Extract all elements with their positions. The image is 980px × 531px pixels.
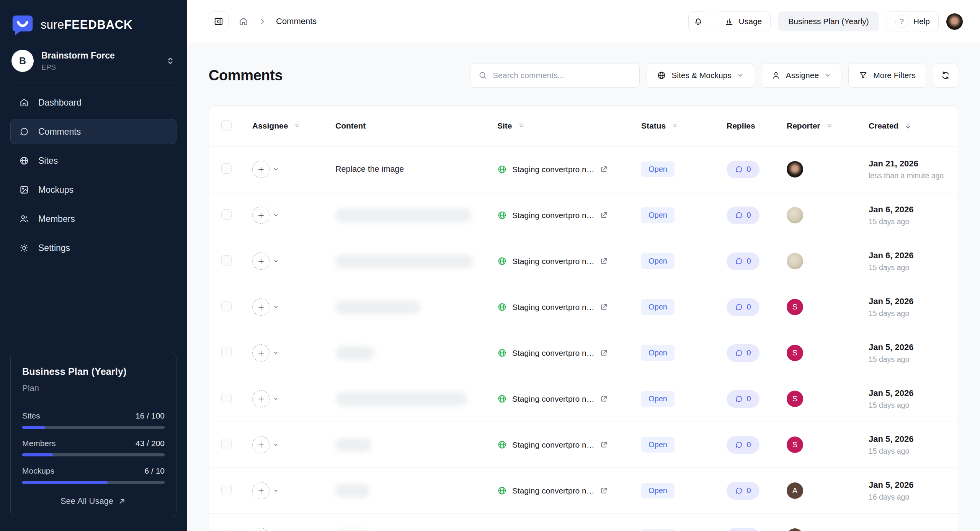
- row-checkbox[interactable]: [221, 209, 232, 220]
- sidebar-item-members[interactable]: Members: [10, 206, 176, 231]
- row-checkbox[interactable]: [221, 485, 232, 495]
- table-row[interactable]: Staging convertpro n… Open 0 Jan 6, 2026…: [209, 192, 958, 238]
- replies-pill[interactable]: 0: [727, 528, 760, 531]
- see-all-usage-link[interactable]: See All Usage: [22, 496, 165, 506]
- more-filters-button[interactable]: More Filters: [848, 63, 926, 88]
- site-link[interactable]: Staging convertpro n…: [497, 348, 641, 358]
- chevron-down-icon[interactable]: [273, 396, 279, 402]
- external-link-icon[interactable]: [600, 303, 608, 311]
- site-link[interactable]: Staging convertpro n…: [497, 486, 641, 495]
- external-link-icon[interactable]: [600, 211, 608, 219]
- table-row[interactable]: Staging convertpro n… Open 0 Jan 6, 2026…: [209, 238, 958, 284]
- plus-icon: [257, 165, 265, 174]
- status-badge[interactable]: Open: [641, 529, 675, 531]
- chevron-down-icon[interactable]: [273, 212, 279, 218]
- table-row[interactable]: Staging convertpro n… Open 0 S Jan 5, 20…: [209, 422, 958, 467]
- sidebar-item-settings[interactable]: Settings: [10, 235, 176, 261]
- add-assignee-button[interactable]: [252, 344, 270, 362]
- status-badge[interactable]: Open: [641, 207, 675, 223]
- site-link[interactable]: Staging convertpro n…: [497, 302, 641, 312]
- notifications-button[interactable]: [688, 11, 708, 31]
- status-badge[interactable]: Open: [641, 483, 675, 498]
- table-row[interactable]: Staging convertpro n… Open 0 A Jan 5, 20…: [209, 513, 958, 531]
- replies-pill[interactable]: 0: [727, 207, 760, 224]
- replies-pill[interactable]: 0: [727, 436, 760, 454]
- site-link[interactable]: Staging convertpro n…: [497, 440, 641, 450]
- chevron-down-icon[interactable]: [273, 304, 279, 310]
- add-assignee-button[interactable]: [252, 528, 270, 531]
- sidebar-item-mockups[interactable]: Mockups: [10, 177, 176, 202]
- status-badge[interactable]: Open: [641, 299, 675, 315]
- external-link-icon[interactable]: [600, 165, 608, 173]
- sites-mockups-filter[interactable]: Sites & Mockups: [647, 63, 754, 88]
- chevron-down-icon[interactable]: [273, 488, 279, 494]
- table-row[interactable]: Staging convertpro n… Open 0 S Jan 5, 20…: [209, 330, 958, 376]
- add-assignee-button[interactable]: [252, 207, 270, 224]
- collapse-sidebar-button[interactable]: [209, 11, 229, 31]
- row-checkbox[interactable]: [221, 439, 232, 449]
- select-all-checkbox[interactable]: [221, 120, 232, 130]
- site-link[interactable]: Staging convertpro n…: [497, 256, 641, 266]
- chevron-down-icon[interactable]: [273, 350, 279, 356]
- status-badge[interactable]: Open: [641, 345, 675, 361]
- sidebar-item-sites[interactable]: Sites: [10, 148, 176, 173]
- external-link-icon[interactable]: [600, 395, 608, 403]
- table-row[interactable]: Replace the image Staging convertpro n… …: [209, 146, 958, 192]
- column-header-site[interactable]: Site: [497, 121, 641, 130]
- usage-button[interactable]: Usage: [716, 11, 771, 31]
- add-assignee-button[interactable]: [252, 390, 270, 407]
- chevron-down-icon[interactable]: [273, 442, 279, 448]
- external-link-icon[interactable]: [600, 487, 608, 495]
- status-badge[interactable]: Open: [641, 391, 675, 407]
- row-checkbox[interactable]: [221, 347, 232, 357]
- workspace-switcher[interactable]: B Brainstorm Force EPS: [0, 50, 187, 72]
- column-header-created[interactable]: Created: [869, 121, 958, 130]
- status-badge[interactable]: Open: [641, 161, 675, 177]
- row-checkbox[interactable]: [221, 301, 232, 311]
- external-link-icon[interactable]: [600, 441, 608, 449]
- column-header-status[interactable]: Status: [641, 121, 727, 130]
- replies-pill[interactable]: 0: [727, 390, 760, 408]
- column-header-assignee[interactable]: Assignee: [252, 121, 335, 130]
- chevron-down-icon[interactable]: [273, 166, 279, 172]
- site-link[interactable]: Staging convertpro n…: [497, 394, 641, 404]
- replies-pill[interactable]: 0: [727, 252, 760, 270]
- replies-pill[interactable]: 0: [727, 344, 760, 362]
- refresh-button[interactable]: [933, 63, 958, 88]
- row-checkbox[interactable]: [221, 255, 232, 266]
- replies-pill[interactable]: 0: [727, 161, 760, 178]
- external-link-icon[interactable]: [600, 257, 608, 265]
- site-link[interactable]: Staging convertpro n…: [497, 210, 641, 220]
- add-assignee-button[interactable]: [252, 252, 270, 270]
- status-badge[interactable]: Open: [641, 253, 675, 269]
- filter-toolbar: Sites & Mockups Assignee More Filters: [470, 63, 958, 88]
- replies-pill[interactable]: 0: [727, 482, 760, 500]
- column-header-reporter[interactable]: Reporter: [787, 121, 869, 130]
- external-link-icon[interactable]: [600, 349, 608, 357]
- table-row[interactable]: Staging convertpro n… Open 0 S Jan 5, 20…: [209, 284, 958, 330]
- sidebar-item-dashboard[interactable]: Dashboard: [10, 90, 176, 115]
- column-header-content[interactable]: Content: [335, 121, 497, 130]
- current-plan-pill[interactable]: Business Plan (Yearly): [778, 11, 879, 31]
- column-header-replies[interactable]: Replies: [727, 121, 787, 130]
- help-button[interactable]: ? Help: [887, 11, 939, 31]
- column-label: Created: [869, 121, 898, 130]
- add-assignee-button[interactable]: [252, 436, 270, 453]
- reply-bubble-icon: [735, 303, 743, 311]
- status-badge[interactable]: Open: [641, 437, 675, 453]
- table-row[interactable]: Staging convertpro n… Open 0 A Jan 5, 20…: [209, 467, 958, 513]
- breadcrumb-home[interactable]: [238, 16, 248, 26]
- add-assignee-button[interactable]: [252, 161, 270, 178]
- user-avatar[interactable]: [946, 13, 963, 30]
- row-checkbox[interactable]: [221, 393, 232, 403]
- sidebar-item-comments[interactable]: Comments: [10, 119, 176, 144]
- add-assignee-button[interactable]: [252, 482, 270, 499]
- row-checkbox[interactable]: [221, 163, 232, 174]
- search-input[interactable]: [493, 71, 632, 80]
- assignee-filter[interactable]: Assignee: [761, 63, 841, 88]
- add-assignee-button[interactable]: [252, 298, 270, 316]
- table-row[interactable]: Staging convertpro n… Open 0 S Jan 5, 20…: [209, 376, 958, 422]
- replies-pill[interactable]: 0: [727, 298, 760, 316]
- chevron-down-icon[interactable]: [273, 258, 279, 264]
- site-link[interactable]: Staging convertpro n…: [497, 165, 641, 174]
